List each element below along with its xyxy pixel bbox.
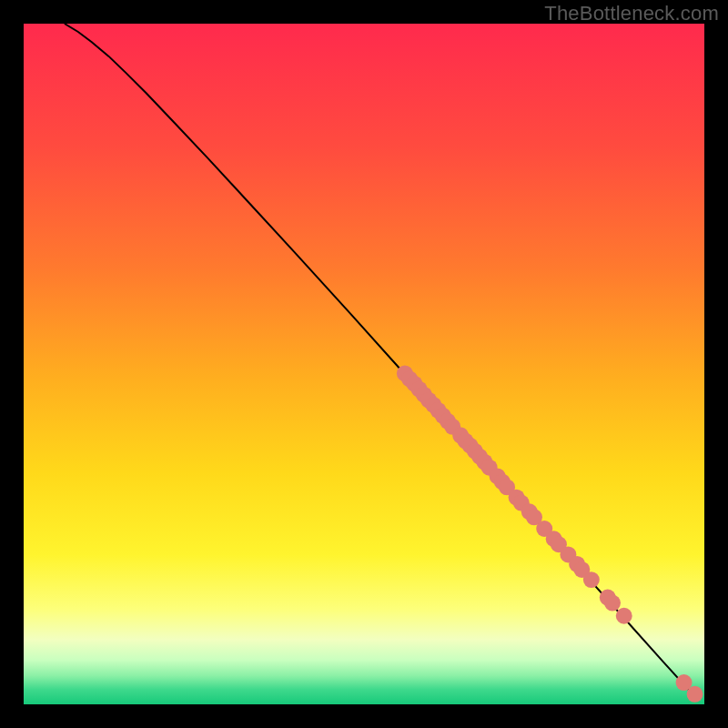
chart-svg: [24, 24, 704, 704]
data-point: [616, 608, 632, 624]
watermark-text: TheBottleneck.com: [544, 2, 719, 25]
data-point: [687, 686, 703, 703]
data-point: [604, 595, 621, 612]
data-point: [583, 571, 600, 588]
plot-area: [24, 24, 704, 704]
chart-stage: TheBottleneck.com: [0, 0, 728, 728]
